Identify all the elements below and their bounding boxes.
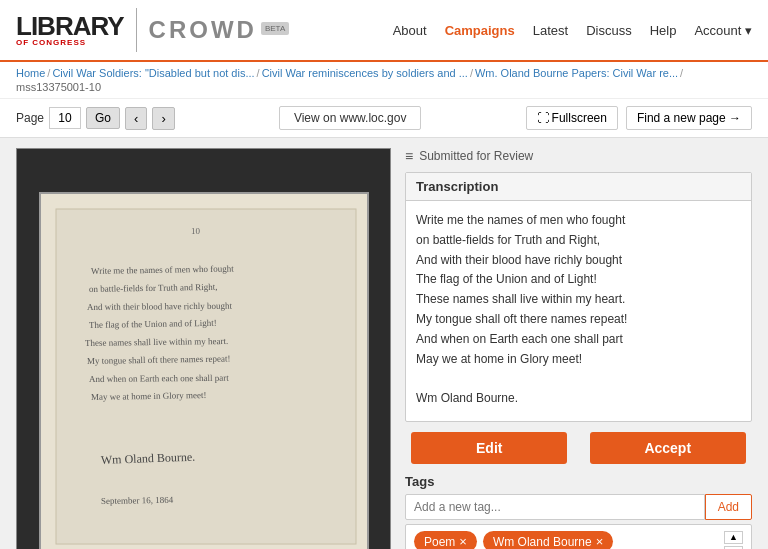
go-button[interactable]: Go <box>86 107 120 129</box>
transcription-line-3: And with their blood have richly bought <box>416 251 741 271</box>
prev-page-button[interactable]: ‹ <box>125 107 147 130</box>
next-page-button[interactable]: › <box>152 107 174 130</box>
svg-text:May we at home in Glory meet!: May we at home in Glory meet! <box>90 390 206 402</box>
tag-wm-oland: Wm Oland Bourne × <box>483 531 613 549</box>
logo-loc-text: OF CONGRESS <box>16 39 86 47</box>
add-tag-button[interactable]: Add <box>705 494 752 520</box>
beta-badge: BETA <box>261 22 289 35</box>
transcription-line-7: And when on Earth each one shall part <box>416 330 741 350</box>
breadcrumb-crumb1[interactable]: Civil War Soldiers: "Disabled but not di… <box>52 67 254 79</box>
main-content: Write me the names of men who fought on … <box>0 138 768 549</box>
breadcrumb-sep1: / <box>47 67 50 79</box>
breadcrumb-crumb4: mss13375001-10 <box>16 81 101 93</box>
logo-crowd-area: CROWD BETA <box>149 16 290 44</box>
toolbar: Page Go ‹ › View on www.loc.gov ⛶Fullscr… <box>0 99 768 138</box>
tag-poem: Poem × <box>414 531 477 549</box>
scroll-up-button[interactable]: ▲ <box>724 531 743 544</box>
manuscript-svg: Write me the names of men who fought on … <box>41 194 369 549</box>
breadcrumb-crumb2[interactable]: Civil War reminiscences by soldiers and … <box>262 67 468 79</box>
nav-about[interactable]: About <box>393 23 427 38</box>
nav-help[interactable]: Help <box>650 23 677 38</box>
status-bar: ≡ Submitted for Review <box>405 148 752 164</box>
logo-library-text: LIBRARY <box>16 13 124 39</box>
svg-text:September 16, 1864: September 16, 1864 <box>100 495 173 506</box>
image-panel: Write me the names of men who fought on … <box>16 148 391 549</box>
edit-button[interactable]: Edit <box>411 432 567 464</box>
tags-pills: Poem × Wm Oland Bourne × <box>414 531 613 549</box>
nav-account[interactable]: Account ▾ <box>694 23 752 38</box>
breadcrumb-sep2: / <box>257 67 260 79</box>
nav-discuss[interactable]: Discuss <box>586 23 632 38</box>
tag-wm-oland-remove[interactable]: × <box>596 534 604 549</box>
header: LIBRARY OF CONGRESS CROWD BETA About Cam… <box>0 0 768 62</box>
status-text: Submitted for Review <box>419 149 533 163</box>
logo-divider <box>136 8 137 52</box>
status-icon: ≡ <box>405 148 413 164</box>
transcription-line-1: Write me the names of men who fought <box>416 211 741 231</box>
breadcrumb-sep4: / <box>680 67 683 79</box>
tags-header: Tags <box>405 474 752 489</box>
tags-section: Tags Add Poem × Wm Oland Bourne × <box>405 474 752 549</box>
tag-poem-label: Poem <box>424 535 455 549</box>
breadcrumb-crumb3[interactable]: Wm. Oland Bourne Papers: Civil War re... <box>475 67 678 79</box>
toolbar-left: Page Go ‹ › <box>16 107 175 130</box>
svg-text:These names shall live within : These names shall live within my heart. <box>84 336 227 348</box>
find-new-page-button[interactable]: Find a new page → <box>626 106 752 130</box>
transcription-body: Write me the names of men who fought on … <box>406 201 751 421</box>
breadcrumb: Home / Civil War Soldiers: "Disabled but… <box>0 62 768 99</box>
view-on-loc-button[interactable]: View on www.loc.gov <box>279 106 422 130</box>
fullscreen-label: Fullscreen <box>552 111 607 125</box>
transcription-line-4: The flag of the Union and of Light! <box>416 270 741 290</box>
nav-latest[interactable]: Latest <box>533 23 568 38</box>
tag-wm-oland-label: Wm Oland Bourne <box>493 535 592 549</box>
logo-crowd-text: CROWD <box>149 16 257 44</box>
nav-campaigns[interactable]: Campaigns <box>445 23 515 38</box>
main-nav: About Campaigns Latest Discuss Help Acco… <box>393 23 752 38</box>
transcription-header: Transcription <box>406 173 751 201</box>
transcription-line-6: My tongue shall oft there names repeat! <box>416 310 741 330</box>
transcription-section: Transcription Write me the names of men … <box>405 172 752 422</box>
tags-input-row: Add <box>405 494 752 520</box>
svg-text:And when on Earth each one sha: And when on Earth each one shall part <box>88 373 228 384</box>
fullscreen-icon: ⛶ <box>537 111 549 125</box>
toolbar-right: ⛶Fullscreen Find a new page → <box>526 106 752 130</box>
page-label: Page <box>16 111 44 125</box>
manuscript-image: Write me the names of men who fought on … <box>39 192 369 549</box>
tag-poem-remove[interactable]: × <box>459 534 467 549</box>
page-input[interactable] <box>49 107 81 129</box>
svg-text:10: 10 <box>191 226 201 236</box>
tags-list-area: Poem × Wm Oland Bourne × ▲ ▼ <box>405 524 752 549</box>
transcription-line-2: on battle-fields for Truth and Right, <box>416 231 741 251</box>
action-buttons: Edit Accept <box>405 430 752 466</box>
transcription-line-8: May we at home in Glory meet! <box>416 350 741 370</box>
transcription-signature: Wm Oland Bourne. <box>416 389 741 409</box>
breadcrumb-home[interactable]: Home <box>16 67 45 79</box>
transcription-line-5: These names shall live within my heart. <box>416 290 741 310</box>
logo-library-block: LIBRARY OF CONGRESS <box>16 13 124 47</box>
svg-text:And with their blood have rich: And with their blood have richly bought <box>86 301 232 312</box>
tag-input[interactable] <box>405 494 705 520</box>
fullscreen-button[interactable]: ⛶Fullscreen <box>526 106 618 130</box>
scroll-controls: ▲ ▼ <box>724 531 743 549</box>
accept-button[interactable]: Accept <box>590 432 746 464</box>
right-panel: ≡ Submitted for Review Transcription Wri… <box>391 148 752 549</box>
toolbar-center: View on www.loc.gov <box>183 106 518 130</box>
logo-area: LIBRARY OF CONGRESS CROWD BETA <box>16 8 289 52</box>
breadcrumb-sep3: / <box>470 67 473 79</box>
